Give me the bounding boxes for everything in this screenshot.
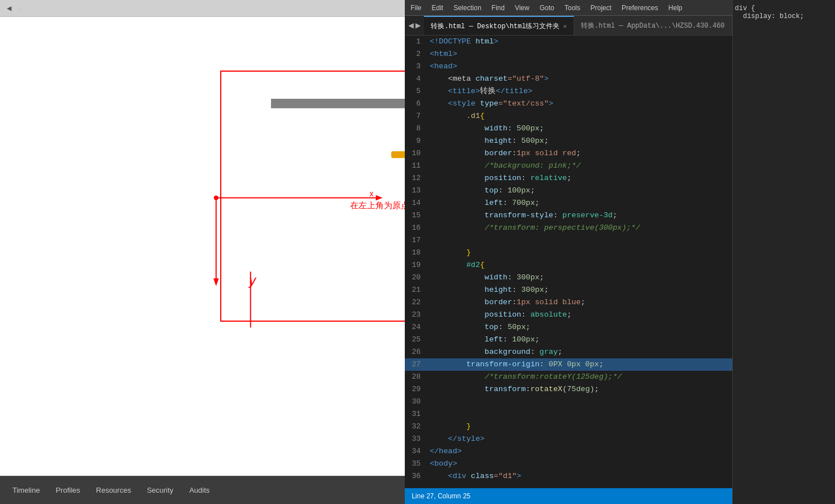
line-number-26: 26 [405, 346, 427, 358]
line-number-28: 28 [405, 371, 427, 383]
line-number-6: 6 [405, 98, 427, 110]
code-line-18[interactable]: 18 } [405, 247, 732, 259]
code-line-15[interactable]: 15 transform-style: preserve-3d; [405, 209, 732, 222]
menu-preferences[interactable]: Preferences [622, 4, 658, 12]
status-line-col: Line 27, Column 25 [412, 492, 470, 500]
code-line-35[interactable]: 35<body> [405, 458, 732, 470]
tab-prev-arrow[interactable]: ◀ [408, 20, 414, 31]
code-line-7[interactable]: 7 .d1{ [405, 110, 732, 122]
code-line-3[interactable]: 3<head> [405, 60, 732, 73]
tab-next-arrow[interactable]: ▶ [416, 20, 421, 31]
menu-help[interactable]: Help [668, 4, 683, 12]
menu-goto[interactable]: Goto [540, 4, 554, 12]
line-content-11: /*background: pink;*/ [427, 160, 732, 172]
line-content-32: } [427, 420, 732, 433]
d1-container [220, 71, 405, 322]
tab-audits[interactable]: Audits [182, 484, 216, 497]
code-line-1[interactable]: 1<!DOCTYPE html> [405, 36, 732, 48]
code-line-26[interactable]: 26 background: gray; [405, 346, 732, 358]
code-line-21[interactable]: 21 height: 300px; [405, 284, 732, 296]
code-editor-content[interactable]: 1<!DOCTYPE html>2<html>3<head>4 <meta ch… [405, 36, 732, 488]
code-line-20[interactable]: 20 width: 300px; [405, 271, 732, 284]
line-number-1: 1 [405, 36, 427, 48]
line-content-10: border:1px solid red; [427, 147, 732, 160]
menu-tools[interactable]: Tools [565, 4, 580, 12]
code-line-8[interactable]: 8 width: 500px; [405, 122, 732, 135]
line-content-14: left: 700px; [427, 197, 732, 209]
line-content-30 [427, 396, 732, 408]
line-number-4: 4 [405, 73, 427, 85]
code-line-19[interactable]: 19 #d2{ [405, 259, 732, 271]
code-line-14[interactable]: 14 left: 700px; [405, 197, 732, 209]
tab-timeline[interactable]: Timeline [6, 484, 47, 497]
status-bar: Line 27, Column 25 [405, 488, 732, 504]
back-button[interactable]: ◀ [5, 2, 14, 14]
tab-resources[interactable]: Resources [89, 484, 138, 497]
code-line-23[interactable]: 23 position: absolute; [405, 309, 732, 321]
code-line-2[interactable]: 2<html> [405, 48, 732, 60]
line-number-27: 27 [405, 358, 427, 371]
menu-view[interactable]: View [515, 4, 530, 12]
menu-edit[interactable]: Edit [432, 4, 444, 12]
browser-toolbar: ◀ ▶ [0, 0, 405, 17]
menu-find[interactable]: Find [492, 4, 505, 12]
code-line-6[interactable]: 6 <style type="text/css"> [405, 98, 732, 110]
editor-tab-1[interactable]: 转换.html — Desktop\html练习文件夹 ✕ [424, 16, 574, 35]
code-line-33[interactable]: 33 </style> [405, 433, 732, 445]
code-line-11[interactable]: 11 /*background: pink;*/ [405, 160, 732, 172]
editor-tab-2[interactable]: 转换.html — AppData\...\HZSD.430.460 [574, 16, 732, 35]
code-line-9[interactable]: 9 height: 500px; [405, 135, 732, 147]
browser-preview-panel: ◀ ▶ x y 在左上角为原点的绕X轴旋转 [0, 0, 405, 504]
line-number-33: 33 [405, 433, 427, 445]
code-line-36[interactable]: 36 <div class="d1"> [405, 470, 732, 483]
line-number-2: 2 [405, 48, 427, 60]
line-content-8: width: 500px; [427, 122, 732, 135]
tab-1-close[interactable]: ✕ [563, 23, 567, 30]
code-line-12[interactable]: 12 position: relative; [405, 172, 732, 185]
line-content-2: <html> [427, 48, 732, 60]
line-number-34: 34 [405, 445, 427, 458]
code-line-28[interactable]: 28 /*transform:rotateY(125deg);*/ [405, 371, 732, 383]
svg-point-6 [214, 196, 218, 200]
line-number-3: 3 [405, 60, 427, 73]
line-content-6: <style type="text/css"> [427, 98, 732, 110]
tab-security[interactable]: Security [140, 484, 180, 497]
line-number-18: 18 [405, 247, 427, 259]
code-line-13[interactable]: 13 top: 100px; [405, 185, 732, 197]
line-content-19: #d2{ [427, 259, 732, 271]
code-line-5[interactable]: 5 <title>转换</title> [405, 85, 732, 98]
code-line-34[interactable]: 34</head> [405, 445, 732, 458]
code-line-29[interactable]: 29 transform:rotateX(75deg); [405, 383, 732, 396]
line-number-17: 17 [405, 234, 427, 247]
code-line-30[interactable]: 30 [405, 396, 732, 408]
tab-nav-arrows: ◀ ▶ [405, 16, 424, 35]
translate-button[interactable]: 中 [391, 151, 405, 158]
line-content-12: position: relative; [427, 172, 732, 185]
line-content-25: left: 100px; [427, 334, 732, 346]
line-number-7: 7 [405, 110, 427, 122]
menu-project[interactable]: Project [591, 4, 611, 12]
code-line-24[interactable]: 24 top: 50px; [405, 321, 732, 334]
line-content-33: </style> [427, 433, 732, 445]
line-number-23: 23 [405, 309, 427, 321]
code-line-25[interactable]: 25 left: 100px; [405, 334, 732, 346]
code-line-17[interactable]: 17 [405, 234, 732, 247]
menu-file[interactable]: File [410, 4, 421, 12]
code-line-10[interactable]: 10 border:1px solid red; [405, 147, 732, 160]
line-number-11: 11 [405, 160, 427, 172]
line-content-28: /*transform:rotateY(125deg);*/ [427, 371, 732, 383]
code-line-22[interactable]: 22 border:1px solid blue; [405, 296, 732, 309]
code-line-27[interactable]: 27 transform-origin: 0PX 0px 0px; [405, 358, 732, 371]
d2-box [271, 99, 405, 108]
tab-profiles[interactable]: Profiles [49, 484, 87, 497]
nav-arrows[interactable]: ◀ ▶ [5, 2, 25, 14]
line-content-36: <div class="d1"> [427, 470, 732, 483]
code-line-16[interactable]: 16 /*transform: perspective(300px);*/ [405, 222, 732, 234]
forward-button[interactable]: ▶ [16, 2, 25, 14]
code-line-31[interactable]: 31 [405, 408, 732, 420]
code-line-4[interactable]: 4 <meta charset="utf-8"> [405, 73, 732, 85]
menu-selection[interactable]: Selection [453, 4, 481, 12]
line-number-15: 15 [405, 209, 427, 222]
line-content-7: .d1{ [427, 110, 732, 122]
code-line-32[interactable]: 32 } [405, 420, 732, 433]
